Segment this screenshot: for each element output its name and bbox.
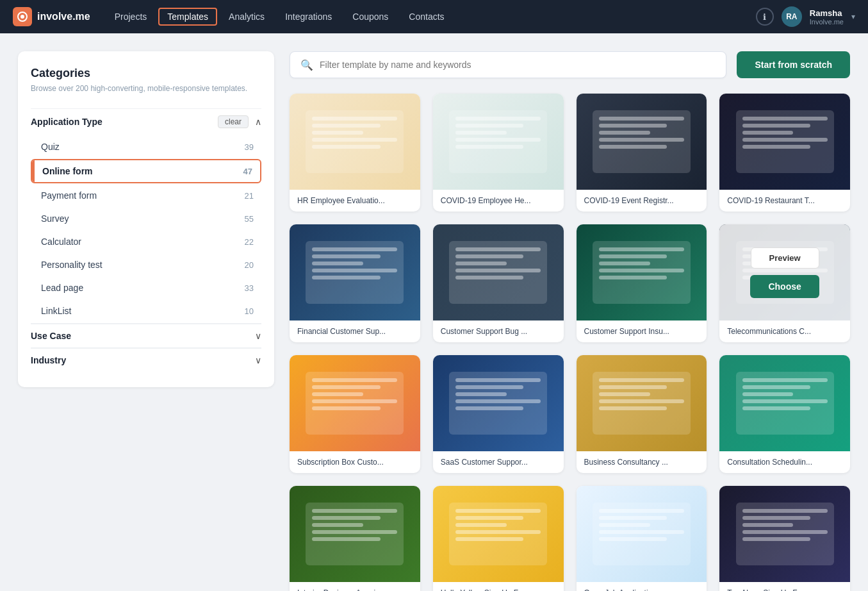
thumb-decoration xyxy=(306,241,404,304)
thumb-inner: PreviewChoose xyxy=(577,94,707,190)
template-card[interactable]: PreviewChooseTelecommunications C... xyxy=(719,224,850,342)
category-item-quiz[interactable]: Quiz39 xyxy=(31,136,261,158)
category-item-online-form[interactable]: Online form47 xyxy=(31,159,261,183)
thumb-inner: PreviewChoose xyxy=(719,355,850,451)
template-card[interactable]: PreviewChooseConsultation Schedulin... xyxy=(719,355,850,473)
card-thumbnail: PreviewChoose xyxy=(433,224,564,320)
category-item-personality-test[interactable]: Personality test20 xyxy=(31,254,261,276)
navbar: involve.me ProjectsTemplatesAnalyticsInt… xyxy=(0,0,868,33)
info-icon[interactable]: ℹ xyxy=(756,8,774,26)
thumb-inner: PreviewChoose xyxy=(577,355,707,451)
category-item-survey[interactable]: Survey55 xyxy=(31,208,261,229)
card-thumbnail: PreviewChoose xyxy=(433,355,564,451)
card-title: HR Employee Evaluatio... xyxy=(290,190,420,212)
template-card[interactable]: PreviewChooseCOVID-19 Restaurant T... xyxy=(719,94,850,212)
card-thumbnail: PreviewChoose xyxy=(433,94,564,190)
user-info: Ramsha Involve.me xyxy=(810,8,844,26)
search-bar: 🔍 xyxy=(290,51,726,78)
sidebar-subtitle: Browse over 200 high-converting, mobile-… xyxy=(31,84,261,93)
card-title: Tag Along Sign Up Form xyxy=(719,582,850,591)
template-card[interactable]: PreviewChooseCOVID-19 Employee He... xyxy=(433,94,564,212)
category-label: Online form xyxy=(42,166,93,176)
thumb-decoration xyxy=(449,241,547,304)
use-case-section: Use Case ∨ xyxy=(31,323,261,347)
template-card[interactable]: PreviewChooseCOVID-19 Event Registr... xyxy=(577,94,707,212)
template-card[interactable]: PreviewChooseHello Yellow Sign Up Fo... xyxy=(433,486,564,591)
thumb-decoration xyxy=(593,372,691,435)
user-site: Involve.me xyxy=(810,18,844,26)
thumb-decoration xyxy=(449,110,547,173)
category-label: Personality test xyxy=(41,260,102,270)
card-thumbnail: PreviewChoose xyxy=(290,355,420,451)
card-thumbnail: PreviewChoose xyxy=(290,486,420,582)
app-type-section-header[interactable]: Application Type clear ∧ xyxy=(31,108,261,135)
template-card[interactable]: PreviewChooseFinancial Customer Sup... xyxy=(290,224,420,342)
thumb-inner: PreviewChoose xyxy=(433,94,564,190)
category-count: 21 xyxy=(245,191,254,201)
nav-link-templates[interactable]: Templates xyxy=(158,8,217,26)
category-item-payment-form[interactable]: Payment form21 xyxy=(31,185,261,206)
nav-link-contacts[interactable]: Contacts xyxy=(400,8,453,26)
category-item-linklist[interactable]: LinkList10 xyxy=(31,300,261,322)
template-card[interactable]: PreviewChooseSaaS Customer Suppor... xyxy=(433,355,564,473)
nav-link-coupons[interactable]: Coupons xyxy=(343,8,397,26)
template-card[interactable]: PreviewChooseBusiness Consultancy ... xyxy=(577,355,707,473)
start-from-scratch-button[interactable]: Start from scratch xyxy=(737,51,850,78)
category-label: Payment form xyxy=(41,190,97,201)
category-item-calculator[interactable]: Calculator22 xyxy=(31,231,261,253)
logo[interactable]: involve.me xyxy=(13,7,90,26)
category-label: Survey xyxy=(41,213,69,224)
thumb-inner: PreviewChoose xyxy=(719,486,850,582)
thumb-decoration xyxy=(593,503,691,565)
card-title: COVID-19 Employee He... xyxy=(433,190,564,212)
template-card[interactable]: PreviewChooseSubscription Box Custo... xyxy=(290,355,420,473)
category-count: 47 xyxy=(243,167,252,176)
template-card[interactable]: PreviewChooseCustomer Support Bug ... xyxy=(433,224,564,342)
card-title: Customer Support Bug ... xyxy=(433,320,564,342)
search-icon: 🔍 xyxy=(300,59,313,71)
template-card[interactable]: PreviewChooseTag Along Sign Up Form xyxy=(719,486,850,591)
category-item-lead-page[interactable]: Lead page33 xyxy=(31,277,261,299)
svg-point-1 xyxy=(20,15,24,19)
card-title: Customer Support Insu... xyxy=(577,320,707,342)
nav-link-projects[interactable]: Projects xyxy=(106,8,156,26)
category-count: 33 xyxy=(245,283,254,293)
card-title: Interior Designer Appoi... xyxy=(290,582,420,591)
thumb-inner: PreviewChoose xyxy=(719,224,850,320)
thumb-inner: PreviewChoose xyxy=(290,355,420,451)
card-title: SaaS Customer Suppor... xyxy=(433,451,564,473)
nav-link-integrations[interactable]: Integrations xyxy=(276,8,341,26)
use-case-header[interactable]: Use Case ∨ xyxy=(31,324,261,347)
nav-links: ProjectsTemplatesAnalyticsIntegrationsCo… xyxy=(106,8,756,26)
choose-button[interactable]: Choose xyxy=(750,275,819,298)
template-card[interactable]: PreviewChooseCustomer Support Insu... xyxy=(577,224,707,342)
logo-text: involve.me xyxy=(37,11,90,22)
category-label: LinkList xyxy=(41,306,71,316)
preview-button[interactable]: Preview xyxy=(751,247,819,269)
search-input[interactable] xyxy=(320,52,716,78)
templates-grid: PreviewChooseHR Employee Evaluatio...Pre… xyxy=(290,94,850,591)
nav-link-analytics[interactable]: Analytics xyxy=(220,8,274,26)
app-type-controls: clear ∧ xyxy=(218,115,261,128)
category-count: 20 xyxy=(245,260,254,270)
industry-header[interactable]: Industry ∨ xyxy=(31,348,261,372)
category-count: 10 xyxy=(245,306,254,316)
main-content: 🔍 Start from scratch PreviewChooseHR Emp… xyxy=(290,51,850,591)
clear-button[interactable]: clear xyxy=(218,115,249,128)
card-thumbnail: PreviewChoose xyxy=(719,486,850,582)
user-menu-chevron[interactable]: ▾ xyxy=(851,12,855,21)
thumb-decoration xyxy=(736,503,834,565)
thumb-inner: PreviewChoose xyxy=(433,224,564,320)
thumb-inner: PreviewChoose xyxy=(719,94,850,190)
thumb-decoration xyxy=(306,372,404,435)
app-type-chevron: ∧ xyxy=(255,117,261,127)
card-thumbnail: PreviewChoose xyxy=(577,224,707,320)
template-card[interactable]: PreviewChooseInterior Designer Appoi... xyxy=(290,486,420,591)
template-card[interactable]: PreviewChooseOpen Job Application xyxy=(577,486,707,591)
template-card[interactable]: PreviewChooseHR Employee Evaluatio... xyxy=(290,94,420,212)
thumb-inner: PreviewChoose xyxy=(577,224,707,320)
thumb-inner: PreviewChoose xyxy=(577,486,707,582)
card-title: Subscription Box Custo... xyxy=(290,451,420,473)
category-count: 55 xyxy=(245,214,254,224)
card-thumbnail: PreviewChoose xyxy=(719,355,850,451)
